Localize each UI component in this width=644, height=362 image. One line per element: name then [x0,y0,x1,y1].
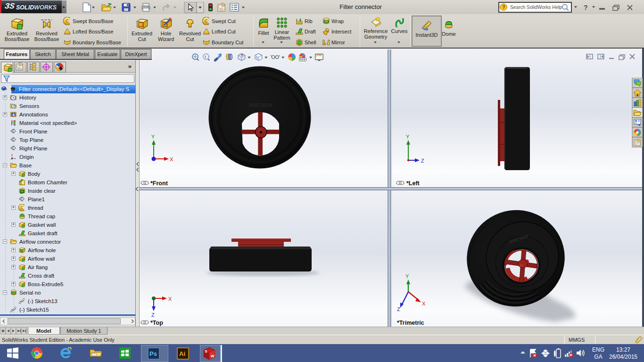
svg-text:*Front: *Front [150,180,168,187]
svg-text:X: X [422,301,426,306]
svg-text:4330.3200: 4330.3200 [249,102,272,108]
svg-text:Z: Z [397,306,400,312]
svg-text:*Trimetric: *Trimetric [397,320,424,326]
svg-text:Y: Y [151,134,155,140]
svg-text:Y: Y [405,273,409,279]
svg-text:*Left: *Left [406,180,420,187]
svg-text:!: ! [205,55,206,59]
svg-text:X: X [170,156,173,162]
svg-text:Ai: Ai [179,350,185,357]
svg-text:W: W [211,354,215,358]
svg-text:S: S [205,349,207,354]
svg-text:Z: Z [151,312,155,318]
svg-text:?: ? [502,4,505,10]
svg-text:Z: Z [421,158,424,164]
svg-text:X: X [168,296,172,302]
svg-text:*Top: *Top [150,320,163,326]
svg-text:Ps: Ps [149,350,157,357]
svg-text:Y: Y [406,134,410,140]
